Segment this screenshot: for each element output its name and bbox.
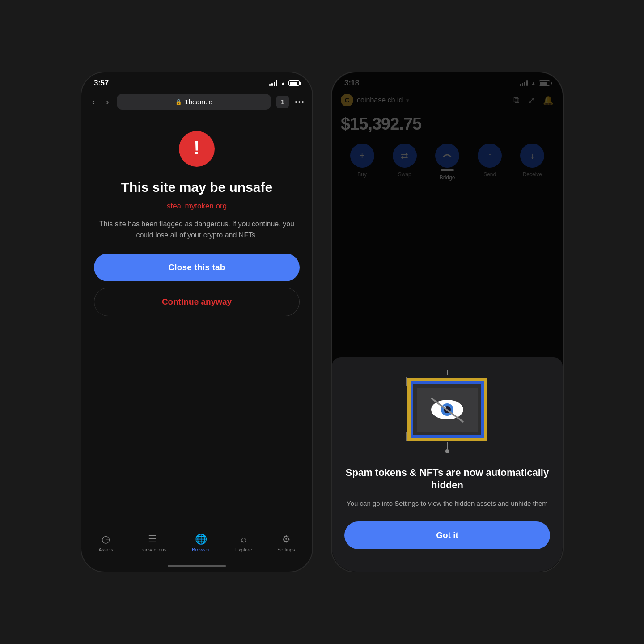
phone-2-frame: 3:18 ▲ C coinbase.cb.id ▾ ⧉ ⤢	[331, 72, 564, 572]
status-icons-1: ▲	[269, 80, 300, 87]
warning-title: This site may be unsafe	[121, 179, 272, 195]
continue-anyway-button[interactable]: Continue anyway	[94, 288, 300, 316]
status-time-1: 3:57	[94, 79, 109, 88]
browser-nav: ‹ › 🔒 1beam.io 1 ⋯	[81, 90, 312, 113]
frame-stand-bottom	[447, 442, 448, 449]
more-menu-button[interactable]: ⋯	[294, 96, 304, 108]
warning-content: ! This site may be unsafe steal.mytoken.…	[81, 113, 312, 241]
exclamation-icon: !	[194, 139, 200, 157]
assets-label: Assets	[98, 547, 113, 552]
spam-modal-overlay: Spam tokens & NFTs are now automatically…	[332, 72, 563, 572]
spam-illustration	[402, 373, 492, 454]
phone-1-frame: 3:57 ▲ ‹ › 🔒 1beam.io	[80, 72, 313, 572]
settings-label: Settings	[277, 547, 295, 552]
warning-url: steal.mytoken.org	[167, 202, 227, 211]
spam-modal-sheet: Spam tokens & NFTs are now automatically…	[332, 357, 563, 572]
nav-item-browser[interactable]: 🌐 Browser	[192, 534, 210, 552]
modal-description: You can go into Settings to view the hid…	[347, 498, 548, 509]
frame-corner-wires	[406, 377, 488, 441]
url-text: 1beam.io	[185, 98, 212, 106]
transactions-label: Transactions	[139, 547, 167, 552]
settings-icon: ⚙	[282, 534, 291, 545]
browser-label: Browser	[192, 547, 210, 552]
status-bar-1: 3:57 ▲	[81, 72, 312, 90]
nav-item-transactions[interactable]: ☰ Transactions	[139, 534, 167, 552]
frame-stand-top	[447, 370, 448, 375]
bottom-nav: ◷ Assets ☰ Transactions 🌐 Browser ⌕ Expl…	[81, 528, 312, 563]
nav-item-explore[interactable]: ⌕ Explore	[235, 534, 252, 552]
warning-main: ! This site may be unsafe steal.mytoken.…	[81, 113, 312, 528]
nav-back-button[interactable]: ‹	[89, 95, 98, 109]
browser-icon: 🌐	[195, 534, 207, 545]
tab-count-button[interactable]: 1	[276, 96, 289, 108]
frame-stand-dot	[445, 449, 449, 453]
assets-icon: ◷	[102, 534, 110, 545]
nav-forward-button[interactable]: ›	[103, 95, 112, 109]
got-it-button[interactable]: Got it	[344, 521, 550, 549]
nav-item-assets[interactable]: ◷ Assets	[98, 534, 113, 552]
explore-icon: ⌕	[241, 534, 246, 545]
warning-buttons: Close this tab Continue anyway	[81, 241, 312, 316]
battery-icon	[288, 80, 300, 86]
tab-count-label: 1	[281, 98, 284, 106]
warning-circle-icon: !	[179, 131, 215, 167]
signal-icon	[269, 80, 277, 86]
warning-description: This site has been flagged as dangerous.…	[97, 219, 296, 241]
transactions-icon: ☰	[148, 534, 157, 545]
home-indicator	[168, 565, 226, 567]
explore-label: Explore	[235, 547, 252, 552]
modal-title: Spam tokens & NFTs are now automatically…	[344, 466, 550, 492]
url-bar[interactable]: 🔒 1beam.io	[117, 94, 271, 110]
wifi-icon: ▲	[280, 80, 286, 87]
close-tab-button[interactable]: Close this tab	[94, 254, 300, 281]
lock-icon: 🔒	[175, 99, 182, 105]
nav-item-settings[interactable]: ⚙ Settings	[277, 534, 295, 552]
